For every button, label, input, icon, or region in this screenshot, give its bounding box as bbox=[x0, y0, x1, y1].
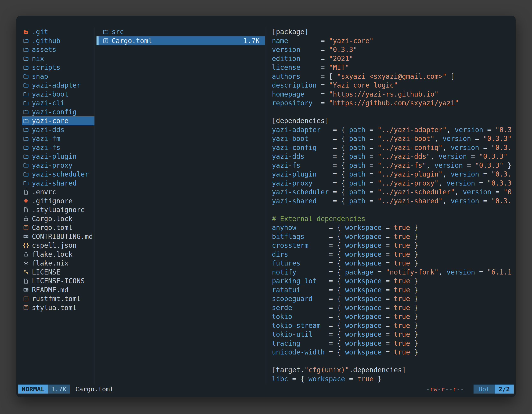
file-row[interactable]: src bbox=[96, 27, 265, 36]
syntax-token: = { bbox=[292, 313, 345, 320]
file-row[interactable]: .git bbox=[22, 27, 95, 36]
syntax-token: path bbox=[349, 197, 365, 205]
file-row[interactable]: yazi-adapter bbox=[22, 81, 95, 90]
file-row[interactable]: assets bbox=[22, 45, 95, 54]
syntax-token: "0.3.3" bbox=[483, 135, 512, 143]
parent-pane[interactable]: .git.githubassetsnixscriptssnapyazi-adap… bbox=[22, 27, 95, 385]
syntax-token: } bbox=[410, 259, 418, 267]
current-pane[interactable]: srcCargo.toml1.7K bbox=[96, 27, 265, 385]
file-row[interactable]: Cargo.toml bbox=[22, 223, 95, 232]
file-row[interactable]: yazi-plugin bbox=[22, 152, 95, 161]
syntax-token: yazi-proxy bbox=[272, 179, 313, 187]
syntax-token: .dependencies] bbox=[349, 366, 406, 374]
syntax-token: true bbox=[394, 313, 410, 320]
syntax-token: version bbox=[451, 144, 479, 152]
preview-pane[interactable]: [package]name = "yazi-core"version = "0.… bbox=[265, 27, 516, 385]
syntax-token: path bbox=[349, 179, 365, 187]
syntax-token: = bbox=[365, 135, 378, 143]
preview-line: version = "0.3.3" bbox=[272, 45, 516, 54]
permission-token: rw bbox=[430, 385, 437, 393]
syntax-token: tracing bbox=[272, 339, 300, 347]
file-row[interactable]: yazi-boot bbox=[22, 90, 95, 99]
file-row[interactable]: .github bbox=[22, 36, 95, 45]
file-name: nix bbox=[32, 55, 44, 63]
syntax-token: homepage bbox=[272, 90, 304, 98]
file-manager-panes: .git.githubassetsnixscriptssnapyazi-adap… bbox=[16, 16, 516, 385]
file-row[interactable]: yazi-shared bbox=[22, 179, 95, 188]
file-name: yazi-cli bbox=[32, 99, 64, 107]
syntax-token: version bbox=[272, 46, 300, 54]
folder-icon bbox=[23, 162, 29, 168]
file-row[interactable]: flake.nix bbox=[22, 259, 95, 268]
syntax-token: workspace bbox=[309, 375, 345, 383]
syntax-token: "sxyazi <sxyazi@gmail.com>" bbox=[337, 72, 446, 80]
file-name: assets bbox=[32, 46, 56, 54]
folder-icon bbox=[103, 29, 109, 35]
syntax-token: true bbox=[394, 304, 410, 312]
file-row[interactable]: README.md bbox=[22, 286, 95, 295]
file-row[interactable]: yazi-proxy bbox=[22, 161, 95, 170]
file-row[interactable]: LICENSE bbox=[22, 268, 95, 277]
syntax-token: version bbox=[446, 179, 475, 187]
file-row[interactable]: LICENSE-ICONS bbox=[22, 277, 95, 286]
syntax-token: = { bbox=[300, 259, 345, 267]
file-row[interactable]: rustfmt.toml bbox=[22, 294, 95, 303]
preview-line: yazi-fs = { path = "../yazi-fs", version… bbox=[272, 161, 516, 170]
file-row[interactable]: yazi-cli bbox=[22, 99, 95, 108]
file-row[interactable]: nix bbox=[22, 54, 95, 63]
file-row[interactable]: stylua.toml bbox=[22, 303, 95, 312]
file-row[interactable]: yazi-core bbox=[22, 116, 95, 125]
file-row[interactable]: yazi-config bbox=[22, 108, 95, 116]
file-row[interactable]: Cargo.toml1.7K bbox=[96, 36, 265, 45]
syntax-token: , bbox=[426, 161, 435, 169]
toml-icon bbox=[23, 305, 29, 311]
syntax-token: = { bbox=[325, 348, 345, 356]
file-row[interactable]: .styluaignore bbox=[22, 205, 95, 214]
syntax-token: = bbox=[471, 135, 483, 143]
file-row[interactable]: yazi-scheduler bbox=[22, 170, 95, 179]
syntax-token: true bbox=[394, 322, 410, 329]
file-size: 1.7K bbox=[244, 37, 265, 45]
file-name: .git bbox=[32, 28, 48, 36]
file-row[interactable]: scripts bbox=[22, 63, 95, 72]
file-name: yazi-adapter bbox=[32, 81, 81, 89]
file-row[interactable]: yazi-fs bbox=[22, 143, 95, 152]
file-row[interactable]: .gitignore bbox=[22, 197, 95, 206]
syntax-token: edition bbox=[272, 55, 300, 63]
syntax-token: = bbox=[479, 170, 491, 178]
syntax-token: = { bbox=[296, 223, 345, 231]
syntax-token: "Yazi core logic" bbox=[329, 81, 398, 89]
syntax-token: = bbox=[381, 313, 394, 320]
syntax-token: path bbox=[349, 144, 365, 152]
preview-line bbox=[272, 205, 516, 214]
status-filename: Cargo.toml bbox=[76, 385, 114, 394]
file-name: yazi-boot bbox=[32, 90, 68, 98]
file-name: yazi-plugin bbox=[32, 152, 77, 160]
syntax-token: workspace bbox=[345, 339, 382, 347]
preview-line: repository = "https://github.com/sxyazi/… bbox=[272, 99, 516, 108]
file-name: yazi-config bbox=[32, 108, 77, 116]
mode-badge: NORMAL bbox=[19, 385, 48, 394]
file-name: yazi-scheduler bbox=[32, 170, 89, 178]
syntax-token: , bbox=[442, 170, 451, 178]
syntax-token: tokio-stream bbox=[272, 322, 321, 329]
syntax-token: "https://yazi-rs.github.io" bbox=[329, 90, 438, 98]
syntax-token: = bbox=[381, 322, 394, 329]
preview-line: [dependencies] bbox=[272, 116, 516, 125]
file-icon bbox=[23, 278, 29, 284]
syntax-token: = bbox=[365, 188, 378, 196]
folder-icon bbox=[23, 91, 29, 97]
file-row[interactable]: {}cspell.json bbox=[22, 241, 95, 250]
file-name: flake.nix bbox=[32, 259, 68, 267]
preview-line: tracing = { workspace = true } bbox=[272, 339, 516, 348]
syntax-token: version bbox=[463, 188, 491, 196]
file-row[interactable]: Cargo.lock bbox=[22, 214, 95, 223]
file-row[interactable]: snap bbox=[22, 72, 95, 81]
file-row[interactable]: yazi-dds bbox=[22, 125, 95, 135]
file-row[interactable]: .envrc bbox=[22, 188, 95, 197]
file-row[interactable]: CONTRIBUTING.md bbox=[22, 232, 95, 241]
file-row[interactable]: flake.lock bbox=[22, 250, 95, 259]
permission-token: -- bbox=[456, 385, 464, 393]
syntax-token: [package] bbox=[272, 28, 309, 36]
file-row[interactable]: yazi-fm bbox=[22, 134, 95, 143]
